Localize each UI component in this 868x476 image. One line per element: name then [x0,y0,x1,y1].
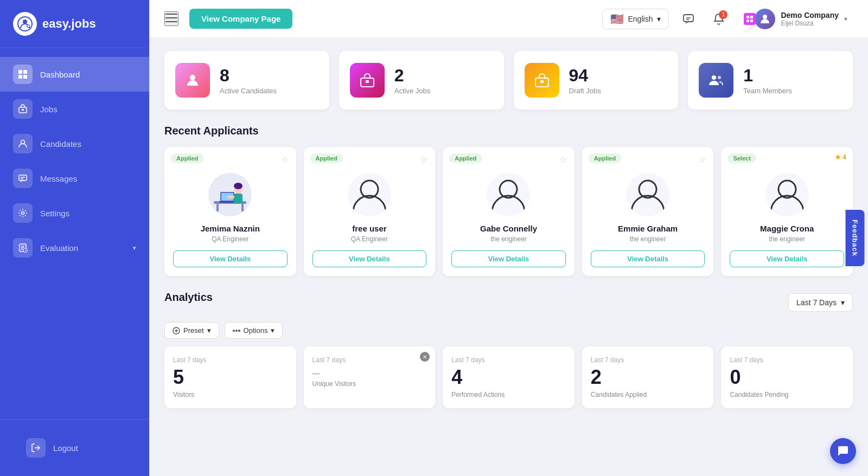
svg-rect-22 [366,80,369,83]
view-details-button-gabe[interactable]: View Details [451,250,566,267]
applied-badge: Applied [171,153,203,163]
analytics-period: Last 7 days [730,356,844,364]
sidebar-item-candidates[interactable]: Candidates [0,126,149,161]
svg-point-1 [23,20,27,24]
sidebar-item-label: Dashboard [40,70,80,79]
user-profile[interactable]: Demo Company Eijel Dsuza ▾ [738,5,853,33]
active-candidates-icon [175,63,210,98]
logo-icon [13,12,37,36]
active-jobs-icon [350,63,385,98]
user-avatar [755,9,775,29]
svg-point-44 [233,330,235,332]
analytics-value: 0 [730,366,844,389]
user-name: Demo Company [781,11,839,20]
star-icon[interactable]: ☆ [420,155,427,165]
jobs-icon [13,99,33,119]
analytics-card-visitors: Last 7 days 5 Visitors [164,346,296,408]
svg-point-35 [234,183,242,189]
analytics-toolbar: Preset ▾ Options ▾ [164,322,853,339]
stat-label: Team Members [743,87,792,95]
stats-grid: 8 Active Candidates 2 Active Jobs [164,51,853,110]
analytics-sublabel: Performed Actions [451,391,566,398]
analytics-filter-button[interactable]: Last 7 Days ▾ [788,293,853,312]
applicant-card-jemima: Applied ☆ [164,147,296,276]
view-company-button[interactable]: View Company Page [189,9,292,29]
applied-badge: Applied [449,153,482,163]
feedback-button[interactable]: Feedback [846,210,865,266]
stat-value: 94 [569,66,601,86]
view-details-button-free-user[interactable]: View Details [312,250,427,267]
star-icon[interactable]: ☆ [698,155,706,165]
recent-applicants-title: Recent Applicants [164,125,853,137]
language-selector[interactable]: 🇺🇸 English ▾ [602,9,669,29]
stat-label: Active Candidates [220,87,277,95]
svg-rect-4 [23,70,27,74]
logout-area: Logout [0,419,149,476]
sidebar-item-jobs[interactable]: Jobs [0,92,149,126]
user-subtitle: Eijel Dsuza [781,20,839,27]
notification-bell-button[interactable]: 1 [708,8,730,30]
sidebar-item-evaluation[interactable]: Evaluation ▾ [0,230,149,265]
analytics-value: 2 [591,366,705,389]
svg-rect-6 [23,75,27,79]
analytics-card-candidates-applied: Last 7 days 2 Candidates Applied [582,346,714,408]
options-button[interactable]: Options ▾ [225,322,283,339]
applicant-role: QA Engineer [173,235,288,243]
logout-button[interactable]: Logout [13,430,136,465]
analytics-sublabel: Candidates Pending [730,391,844,398]
applied-badge: Applied [589,153,621,163]
star-count: ★ 4 [835,153,846,161]
stat-info: 2 Active Jobs [394,66,430,95]
chat-bubble-button[interactable] [830,438,856,464]
view-details-button-emmie[interactable]: View Details [591,250,705,267]
sidebar-item-messages[interactable]: Messages [0,161,149,196]
options-label: Options [244,326,268,335]
view-details-button-maggie[interactable]: View Details [730,250,844,267]
draft-jobs-icon [525,63,559,98]
applicant-avatar [208,173,252,216]
stat-info: 94 Draft Jobs [569,66,601,95]
stat-card-draft-jobs: 94 Draft Jobs [514,51,679,110]
applicant-name: Jemima Naznin [173,224,288,233]
stat-card-team-members: 1 Team Members [688,51,853,110]
main-content: View Company Page 🇺🇸 English ▾ 1 [149,0,868,476]
svg-point-26 [718,76,721,79]
svg-point-11 [22,212,24,215]
logo-text: easy.jobs [42,17,96,31]
view-details-button-jemima[interactable]: View Details [173,250,288,267]
stat-card-active-jobs: 2 Active Jobs [339,51,504,110]
analytics-value: 4 [451,366,566,389]
preset-label: Preset [183,326,204,335]
applicant-card-emmie: Applied ☆ Emmie Graham the engineer View… [582,147,714,276]
close-icon[interactable]: ✕ [420,352,430,362]
chevron-down-icon: ▾ [657,15,661,23]
header: View Company Page 🇺🇸 English ▾ 1 [149,0,868,38]
chat-icon-button[interactable] [678,8,699,30]
analytics-cards: Last 7 days 5 Visitors ✕ Last 7 days — U… [164,346,853,408]
select-badge: Select [727,153,756,163]
applicant-name: free user [312,224,427,233]
candidates-icon [13,134,33,153]
menu-toggle-button[interactable] [164,11,178,26]
analytics-value: 5 [173,366,288,389]
star-icon[interactable]: ☆ [559,155,567,165]
sidebar-item-label: Candidates [40,139,81,149]
user-details: Demo Company Eijel Dsuza [781,11,839,27]
svg-rect-24 [540,80,544,83]
stat-info: 1 Team Members [743,66,792,95]
analytics-period: Last 7 days [312,356,427,364]
svg-rect-16 [750,16,753,18]
preset-button[interactable]: Preset ▾ [164,322,219,339]
applicant-card-gabe: Applied ☆ Gabe Connelly the engineer Vie… [443,147,575,276]
applicant-name: Emmie Graham [591,224,705,233]
svg-rect-30 [241,204,244,211]
sidebar-item-label: Messages [40,174,77,183]
sidebar-item-settings[interactable]: Settings [0,196,149,230]
applied-badge: Applied [310,153,343,163]
sidebar-item-label: Jobs [40,105,58,114]
analytics-sublabel: Visitors [173,391,288,398]
sidebar-item-dashboard[interactable]: Dashboard [0,57,149,92]
flag-icon: 🇺🇸 [610,12,624,25]
star-icon[interactable]: ☆ [281,155,289,165]
applicant-role: QA Engineer [312,235,427,243]
